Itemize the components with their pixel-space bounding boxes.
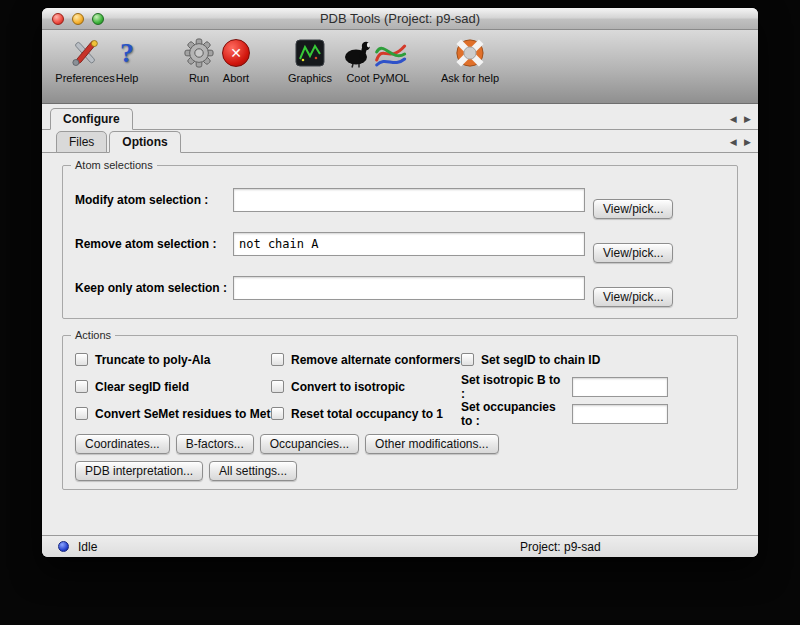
atom-selections-group-title: Atom selections [71,158,157,172]
checkbox-label: Convert to isotropic [291,380,405,394]
reset-total-occupancy-checkbox[interactable] [271,407,284,420]
toolbar-item-label: Ask for help [441,72,499,84]
actions-group: Actions Truncate to poly-Ala Remove alte… [62,335,738,490]
lifebuoy-icon [455,35,485,71]
tab-scroll-left-icon[interactable]: ◀ [730,114,737,124]
toolbar-item-label: Abort [223,72,249,84]
modify-atom-selection-row: Modify atom selection : View/pick... [75,178,725,222]
remove-view-pick-button[interactable]: View/pick... [593,243,673,263]
truncate-poly-ala-checkbox[interactable] [75,353,88,366]
status-text: Idle [78,540,97,554]
project-label: Project: p9-sad [520,540,601,554]
set-occupancies-field: Set occupancies to : [461,400,725,427]
toolbar-item-label: Coot [346,72,369,84]
truncate-poly-ala-option: Truncate to poly-Ala [75,346,271,373]
checkbox-label: Set segID to chain ID [481,353,600,367]
clear-segid-field-checkbox[interactable] [75,380,88,393]
files-options-tab-bar: Files Options ◀ ▶ [42,130,758,153]
status-indicator-icon [58,541,69,552]
b-factors-button[interactable]: B-factors... [176,434,254,454]
checkbox-label: Remove alternate conformers [291,353,460,367]
tab-scroll-arrows: ◀ ▶ [725,114,751,124]
toolbar-item-abort[interactable]: ✕ Abort [222,35,250,84]
tab-configure[interactable]: Configure [50,108,133,130]
keep-only-atom-selection-label: Keep only atom selection : [75,281,233,295]
zoom-button[interactable] [92,13,104,25]
other-modifications-button[interactable]: Other modifications... [365,434,498,454]
tab-scroll-left-icon[interactable]: ◀ [730,137,737,147]
tab-files[interactable]: Files [56,131,107,153]
toolbar-item-label: PyMOL [373,72,410,84]
toolbar-item-pymol[interactable]: PyMOL [373,35,410,84]
pymol-ribbon-icon [374,35,408,71]
close-button[interactable] [52,13,64,25]
occupancies-button[interactable]: Occupancies... [260,434,359,454]
toolbar-item-label: Help [116,72,139,84]
checkbox-label: Clear segID field [95,380,189,394]
modify-atom-selection-input[interactable] [233,188,585,212]
tab-scroll-arrows: ◀ ▶ [725,137,751,147]
toolbar-item-label: Run [189,72,209,84]
preferences-tools-icon [69,35,101,71]
convert-semet-option: Convert SeMet residues to Met [75,400,271,427]
run-gear-icon [184,35,214,71]
tab-options[interactable]: Options [109,131,180,153]
checkbox-label: Convert SeMet residues to Met [95,407,270,421]
toolbar-item-help[interactable]: ? Help [116,35,139,84]
modify-view-pick-button[interactable]: View/pick... [593,199,673,219]
remove-atom-selection-label: Remove atom selection : [75,237,233,251]
set-segid-to-chain-id-checkbox[interactable] [461,353,474,366]
coot-bird-icon [341,35,375,71]
toolbar-item-run[interactable]: Run [184,35,214,84]
help-question-icon: ? [120,35,134,71]
window-controls [52,13,104,25]
keep-only-view-pick-button[interactable]: View/pick... [593,287,673,307]
toolbar-item-label: Preferences [55,72,114,84]
set-isotropic-b-input[interactable] [572,377,668,397]
tab-scroll-right-icon[interactable]: ▶ [744,137,751,147]
remove-atom-selection-row: Remove atom selection : View/pick... [75,222,725,266]
pdb-interpretation-button[interactable]: PDB interpretation... [75,461,203,481]
toolbar-item-preferences[interactable]: Preferences [55,35,114,84]
keep-only-atom-selection-input[interactable] [233,276,585,300]
modify-atom-selection-label: Modify atom selection : [75,193,233,207]
window-title: PDB Tools (Project: p9-sad) [320,11,480,26]
checkbox-label: Reset total occupancy to 1 [291,407,443,421]
all-settings-button[interactable]: All settings... [209,461,297,481]
remove-alternate-conformers-checkbox[interactable] [271,353,284,366]
toolbar-item-graphics[interactable]: Graphics [288,35,332,84]
actions-button-row-2: PDB interpretation... All settings... [75,461,725,481]
titlebar: PDB Tools (Project: p9-sad) [42,8,758,30]
set-isotropic-b-field: Set isotropic B to : [461,373,725,400]
minimize-button[interactable] [72,13,84,25]
app-window: PDB Tools (Project: p9-sad) Preferences … [42,8,758,557]
convert-to-isotropic-checkbox[interactable] [271,380,284,393]
abort-icon: ✕ [222,35,250,71]
set-isotropic-b-label: Set isotropic B to : [461,373,565,401]
convert-semet-checkbox[interactable] [75,407,88,420]
set-segid-to-chain-id-option: Set segID to chain ID [461,346,725,373]
actions-group-title: Actions [71,328,115,342]
coordinates-button[interactable]: Coordinates... [75,434,170,454]
actions-checkbox-grid: Truncate to poly-Ala Remove alternate co… [75,346,725,427]
keep-only-atom-selection-row: Keep only atom selection : View/pick... [75,266,725,310]
remove-atom-selection-input[interactable] [233,232,585,256]
convert-to-isotropic-option: Convert to isotropic [271,373,461,400]
actions-button-row-1: Coordinates... B-factors... Occupancies.… [75,434,725,454]
checkbox-label: Truncate to poly-Ala [95,353,210,367]
remove-alternate-conformers-option: Remove alternate conformers [271,346,461,373]
reset-total-occupancy-option: Reset total occupancy to 1 [271,400,461,427]
toolbar-item-label: Graphics [288,72,332,84]
atom-selections-group: Atom selections Modify atom selection : … [62,165,738,319]
graphics-display-icon [295,35,325,71]
toolbar-item-coot[interactable]: Coot [341,35,375,84]
configure-tab-bar: Configure ◀ ▶ [42,104,758,130]
set-occupancies-label: Set occupancies to : [461,400,565,428]
clear-segid-field-option: Clear segID field [75,373,271,400]
set-occupancies-input[interactable] [572,404,668,424]
toolbar-item-ask-for-help[interactable]: Ask for help [441,35,499,84]
status-bar: Idle Project: p9-sad [42,535,758,557]
toolbar: Preferences ? Help [42,30,758,104]
tab-scroll-right-icon[interactable]: ▶ [744,114,751,124]
